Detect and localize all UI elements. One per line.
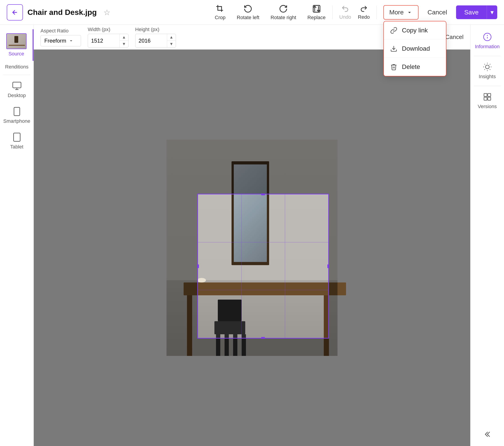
crop-grid-h1 — [198, 242, 328, 242]
crop-grid-v2 — [285, 194, 285, 338]
desk-leg-left — [187, 295, 192, 356]
aspect-ratio-select[interactable]: Freeform — [40, 35, 81, 46]
right-sidebar: Information Insights Versions — [470, 25, 504, 446]
crop-handle-top-left[interactable] — [197, 194, 202, 198]
svg-rect-2 — [13, 82, 21, 88]
crop-handle-bottom[interactable] — [261, 337, 265, 339]
width-label: Width (px) — [88, 27, 128, 32]
height-label: Height (px) — [135, 27, 176, 32]
height-step-up[interactable]: ▲ — [167, 34, 176, 41]
width-step-down[interactable]: ▼ — [120, 41, 128, 47]
more-button-container: More Copy link Download — [383, 5, 418, 19]
crop-tool[interactable]: Crop — [215, 4, 226, 20]
width-stepper: ▲ ▼ — [120, 34, 128, 47]
star-icon[interactable]: ☆ — [104, 8, 110, 17]
width-input[interactable] — [88, 35, 120, 46]
svg-rect-9 — [484, 94, 487, 97]
toolbar: Chair and Desk.jpg ☆ Crop Rotate left Ro… — [0, 0, 504, 25]
replace-tool[interactable]: Replace — [307, 4, 325, 20]
crop-handle-bottom-left[interactable] — [197, 334, 202, 339]
more-dropdown: Copy link Download Delete — [383, 21, 446, 76]
sidebar-item-desktop[interactable]: Desktop — [0, 77, 34, 102]
aspect-ratio-label: Aspect Ratio — [40, 28, 81, 34]
sidebar-item-tablet[interactable]: Tablet — [0, 128, 34, 154]
crop-handle-right[interactable] — [327, 264, 329, 268]
save-button-group: Save ▾ — [456, 5, 497, 19]
redo-button[interactable]: Redo — [358, 5, 370, 20]
rotate-left-tool[interactable]: Rotate left — [237, 4, 259, 20]
file-title: Chair and Desk.jpg — [27, 8, 97, 17]
crop-handle-left[interactable] — [197, 264, 199, 268]
svg-point-8 — [485, 65, 489, 69]
download-item[interactable]: Download — [384, 40, 446, 58]
svg-point-7 — [487, 35, 487, 36]
height-section: Height (px) ▲ ▼ — [135, 27, 176, 48]
cancel-crop-button[interactable]: Cancel — [445, 34, 464, 40]
width-step-up[interactable]: ▲ — [120, 34, 128, 41]
crop-handle-bottom-right[interactable] — [324, 334, 329, 339]
cancel-button[interactable]: Cancel — [423, 6, 451, 19]
right-sidebar-versions[interactable]: Versions — [470, 87, 504, 115]
height-input[interactable] — [135, 35, 167, 46]
back-button[interactable] — [7, 4, 23, 20]
crop-handle-top[interactable] — [261, 194, 265, 195]
sidebar-item-smartphone[interactable]: Smartphone — [0, 102, 34, 128]
toolbar-divider — [332, 6, 333, 19]
save-main-button[interactable]: Save — [456, 6, 487, 19]
svg-rect-12 — [487, 97, 490, 100]
image-container — [166, 140, 338, 356]
delete-item[interactable]: Delete — [384, 58, 446, 76]
tools-group: Crop Rotate left Rotate right Replace — [215, 4, 325, 20]
svg-rect-3 — [14, 107, 20, 116]
undo-redo-group: Undo Redo — [339, 5, 370, 20]
sidebar-item-source[interactable]: Source — [0, 29, 34, 61]
aspect-ratio-section: Aspect Ratio Freeform — [40, 28, 81, 46]
sidebar-divider — [3, 75, 30, 75]
width-section: Width (px) ▲ ▼ — [88, 27, 128, 48]
right-sidebar-information[interactable]: Information — [470, 27, 504, 55]
rotate-right-tool[interactable]: Rotate right — [271, 4, 296, 20]
svg-rect-10 — [487, 94, 490, 97]
copy-link-item[interactable]: Copy link — [384, 21, 446, 40]
crop-grid-v1 — [241, 194, 242, 338]
width-input-wrapper: ▲ ▼ — [88, 34, 128, 48]
right-sidebar-divider-2 — [474, 86, 501, 86]
svg-rect-11 — [484, 97, 487, 100]
collapse-sidebar-button[interactable] — [483, 430, 491, 439]
crop-handle-top-right[interactable] — [324, 194, 329, 198]
crop-overlay[interactable] — [197, 194, 329, 339]
height-input-wrapper: ▲ ▼ — [135, 34, 176, 48]
sidebar-item-renditions: Renditions — [0, 61, 34, 73]
right-sidebar-insights[interactable]: Insights — [470, 57, 504, 85]
save-arrow-button[interactable]: ▾ — [487, 5, 497, 19]
editor-area: Aspect Ratio Freeform Width (px) ▲ ▼ Hei — [34, 25, 470, 446]
toolbar-divider-2 — [377, 6, 377, 19]
left-sidebar: Source Renditions Desktop Smartphone — [0, 25, 34, 446]
main-content: Source Renditions Desktop Smartphone — [0, 25, 504, 446]
more-button[interactable]: More — [383, 5, 418, 19]
right-sidebar-divider-1 — [474, 56, 501, 56]
canvas-area[interactable] — [34, 50, 470, 446]
height-step-down[interactable]: ▼ — [167, 41, 176, 47]
svg-rect-4 — [14, 133, 20, 141]
height-stepper: ▲ ▼ — [167, 34, 176, 47]
undo-button[interactable]: Undo — [339, 5, 351, 20]
